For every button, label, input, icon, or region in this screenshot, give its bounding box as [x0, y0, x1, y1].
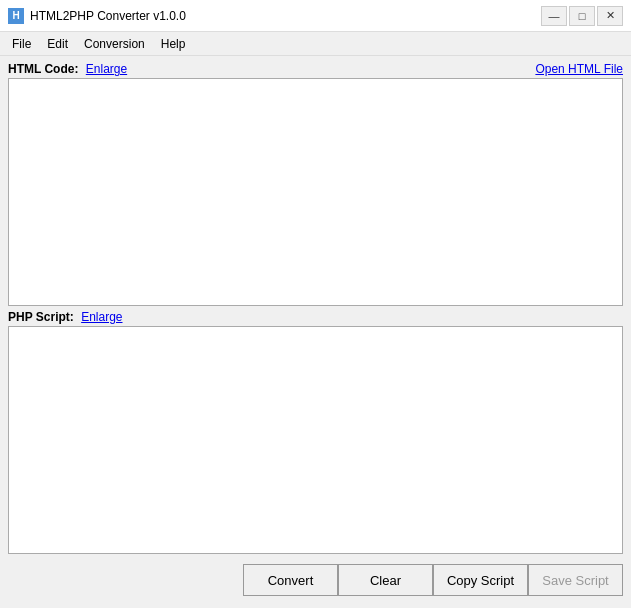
html-code-label: HTML Code:	[8, 62, 78, 76]
html-textarea-container	[8, 78, 623, 306]
menu-conversion[interactable]: Conversion	[76, 35, 153, 53]
close-button[interactable]: ✕	[597, 6, 623, 26]
menu-file[interactable]: File	[4, 35, 39, 53]
php-textarea-container	[8, 326, 623, 554]
title-bar: H HTML2PHP Converter v1.0.0 — □ ✕	[0, 0, 631, 32]
php-script-label: PHP Script:	[8, 310, 74, 324]
title-bar-left: H HTML2PHP Converter v1.0.0	[8, 8, 186, 24]
main-content: HTML Code: Enlarge Open HTML File PHP Sc…	[0, 56, 631, 608]
maximize-button[interactable]: □	[569, 6, 595, 26]
clear-button[interactable]: Clear	[338, 564, 433, 596]
html-section: HTML Code: Enlarge Open HTML File	[8, 62, 623, 306]
window-controls: — □ ✕	[541, 6, 623, 26]
html-section-header: HTML Code: Enlarge Open HTML File	[8, 62, 623, 76]
html-enlarge-link[interactable]: Enlarge	[86, 62, 127, 76]
menu-help[interactable]: Help	[153, 35, 194, 53]
php-script-output[interactable]	[9, 327, 622, 553]
php-section: PHP Script: Enlarge	[8, 310, 623, 554]
app-icon: H	[8, 8, 24, 24]
php-label-group: PHP Script: Enlarge	[8, 310, 123, 324]
menu-edit[interactable]: Edit	[39, 35, 76, 53]
copy-script-button[interactable]: Copy Script	[433, 564, 528, 596]
php-enlarge-link[interactable]: Enlarge	[81, 310, 122, 324]
open-html-file-link[interactable]: Open HTML File	[535, 62, 623, 76]
html-label-group: HTML Code: Enlarge	[8, 62, 127, 76]
menu-bar: File Edit Conversion Help	[0, 32, 631, 56]
convert-button[interactable]: Convert	[243, 564, 338, 596]
buttons-row: Convert Clear Copy Script Save Script	[8, 558, 623, 602]
save-script-button[interactable]: Save Script	[528, 564, 623, 596]
html-code-input[interactable]	[9, 79, 622, 305]
php-section-header: PHP Script: Enlarge	[8, 310, 623, 324]
window-title: HTML2PHP Converter v1.0.0	[30, 9, 186, 23]
minimize-button[interactable]: —	[541, 6, 567, 26]
app-icon-letter: H	[12, 10, 19, 21]
